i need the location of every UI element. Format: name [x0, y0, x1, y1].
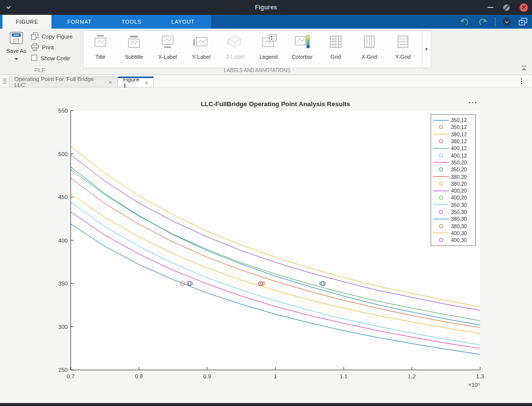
restore-button[interactable] — [503, 4, 510, 11]
ribbon-button-y-grid[interactable]: Y-Grid — [386, 31, 420, 68]
file-section-caption: FILE — [0, 68, 79, 73]
ribbon-tab-layout[interactable]: LAYOUT — [156, 15, 210, 29]
ribbon-toolbar: Save As Copy FigurePrintShow Code FILE T… — [0, 29, 532, 75]
undock-windows-icon[interactable] — [518, 17, 528, 26]
section-divider — [80, 31, 81, 66]
svg-text:1.2: 1.2 — [408, 373, 416, 379]
close-tab-icon[interactable]: × — [108, 79, 112, 85]
ribbon-button-x-label[interactable]: X-Label — [151, 31, 184, 68]
subtitle-icon — [125, 34, 143, 52]
colorbar-icon — [293, 34, 311, 52]
legend-entry: 380,20 — [431, 173, 475, 180]
ribbon-button-colorbar[interactable]: Colorbar — [285, 31, 319, 68]
figure-canvas: LLC-FullBridge Operating Point Analysis … — [0, 87, 532, 403]
ribbon-button-z-label: Z-Label — [218, 31, 252, 68]
grid-icon — [327, 34, 345, 52]
caret-down-icon — [14, 54, 19, 63]
svg-text:300: 300 — [58, 324, 68, 330]
print-button[interactable]: Print — [31, 42, 73, 52]
copy-figure-button[interactable]: Copy Figure — [31, 32, 73, 41]
close-button[interactable]: ✕ — [520, 3, 528, 12]
legend-entry: 350,20 — [431, 166, 475, 173]
redo-icon[interactable] — [477, 17, 488, 26]
xgrid-icon — [360, 34, 378, 52]
svg-text:400: 400 — [58, 238, 68, 244]
ribbon-button-grid[interactable]: Grid — [319, 31, 353, 68]
svg-text:250: 250 — [58, 367, 68, 373]
svg-text:1: 1 — [274, 373, 277, 379]
file-menu-items: Copy FigurePrintShow Code — [31, 32, 73, 63]
chart-legend[interactable]: 350,12350,12380,12380,12400,12400,12350,… — [431, 114, 476, 246]
svg-text:1.1: 1.1 — [340, 373, 348, 379]
legend-entry: 350,30 — [431, 208, 475, 215]
ribbon-button-subtitle[interactable]: Subtitle — [117, 31, 151, 68]
legend-entry: 380,30 — [431, 222, 475, 229]
figure-tab-figure-1[interactable]: Figure 1 × — [118, 77, 154, 87]
ribbon-button-x-grid[interactable]: X-Grid — [353, 31, 386, 68]
legend-entry: 350,30 — [431, 202, 475, 208]
window-title: Figures — [0, 4, 532, 11]
ribbon-button-y-label[interactable]: Y-Label — [184, 31, 218, 68]
title-icon — [91, 34, 109, 52]
legend-entry: 380,30 — [431, 215, 475, 222]
copy-figure-icon — [31, 32, 39, 41]
figure-tab-operating-point[interactable]: Operating Point For 'Full Bridge LLC' × — [9, 77, 118, 87]
show-code-button[interactable]: Show Code — [31, 53, 73, 63]
save-as-button[interactable]: Save As — [4, 32, 29, 66]
ribbon-button-title[interactable]: Title — [84, 31, 117, 68]
svg-text:0.9: 0.9 — [203, 373, 211, 379]
close-tab-icon[interactable]: × — [144, 80, 148, 86]
ylabel-icon — [192, 34, 210, 52]
toolbar-separator — [495, 17, 495, 26]
svg-text:550: 550 — [58, 108, 68, 114]
ribbon-button-legend[interactable]: Legend — [252, 31, 285, 68]
minimize-button[interactable] — [488, 7, 493, 8]
ribbon-tab-format[interactable]: FORMAT — [51, 15, 107, 29]
legend-entry: 400,12 — [431, 145, 475, 152]
collapse-ribbon-icon[interactable] — [520, 65, 528, 72]
tab-overflow-menu-icon[interactable]: ⋮ — [518, 77, 525, 85]
legend-entry: 350,12 — [431, 117, 475, 123]
figure-tab-bar: Operating Point For 'Full Bridge LLC' × … — [0, 75, 532, 87]
legend-entry: 400,30 — [431, 230, 475, 237]
print-icon — [31, 43, 39, 52]
zlabel-icon — [226, 34, 244, 52]
svg-text:350: 350 — [58, 281, 68, 286]
save-as-label: Save As — [6, 48, 26, 54]
annotations-section-caption: LABELS AND ANNOTATIONS — [83, 68, 431, 73]
svg-text:450: 450 — [58, 194, 68, 200]
legend-icon — [260, 34, 277, 52]
svg-text:500: 500 — [58, 151, 68, 157]
legend-entry: 400,20 — [431, 194, 475, 201]
ygrid-icon — [394, 34, 412, 52]
legend-entry: 400,30 — [431, 237, 475, 244]
undo-icon[interactable] — [459, 17, 470, 26]
legend-entry: 350,12 — [431, 123, 475, 130]
ribbon-tab-tools[interactable]: TOOLS — [107, 15, 156, 29]
legend-entry: 380,12 — [431, 138, 475, 145]
checkbox-icon — [31, 54, 38, 62]
xlabel-icon — [159, 34, 177, 52]
svg-text:0.8: 0.8 — [135, 373, 143, 379]
legend-entry: 380,12 — [431, 131, 475, 138]
chevron-down-icon[interactable] — [4, 3, 13, 11]
background-window-strip — [0, 403, 532, 406]
legend-entry: 400,20 — [431, 187, 475, 194]
ribbon-tab-figure[interactable]: FIGURE — [2, 15, 51, 29]
svg-text:1.3: 1.3 — [476, 373, 484, 379]
svg-text:0.7: 0.7 — [67, 373, 75, 379]
chart-title: LLC-FullBridge Operating Point Analysis … — [71, 100, 480, 108]
legend-entry: 400,12 — [431, 152, 475, 159]
legend-entry: 380,20 — [431, 180, 475, 187]
ribbon-tab-bar: FIGURE FORMAT TOOLS LAYOUT — [0, 15, 532, 29]
drag-grip-icon[interactable] — [2, 78, 7, 84]
save-icon — [9, 32, 23, 46]
svg-text:×10⁵: ×10⁵ — [468, 382, 481, 388]
quick-access-dropdown-icon[interactable] — [502, 17, 511, 26]
annotations-dropdown-icon[interactable]: ▼ — [422, 31, 431, 68]
legend-entry: 350,20 — [431, 159, 475, 166]
axes-toolbar-ellipsis[interactable]: ··· — [469, 98, 478, 107]
annotations-panel: TitleSubtitleX-LabelY-LabelZ-LabelLegend… — [83, 31, 431, 68]
window-titlebar: Figures ✕ — [0, 0, 532, 15]
